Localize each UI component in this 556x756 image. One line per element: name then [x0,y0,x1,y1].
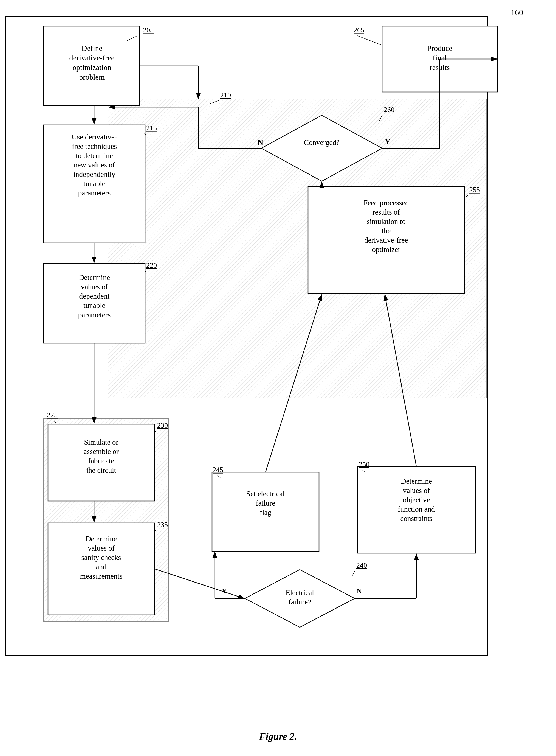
outer-border [5,17,488,656]
page-container: 160 [0,0,556,756]
ref-160: 160 [511,8,523,17]
figure-label: Figure 2. [259,731,297,742]
